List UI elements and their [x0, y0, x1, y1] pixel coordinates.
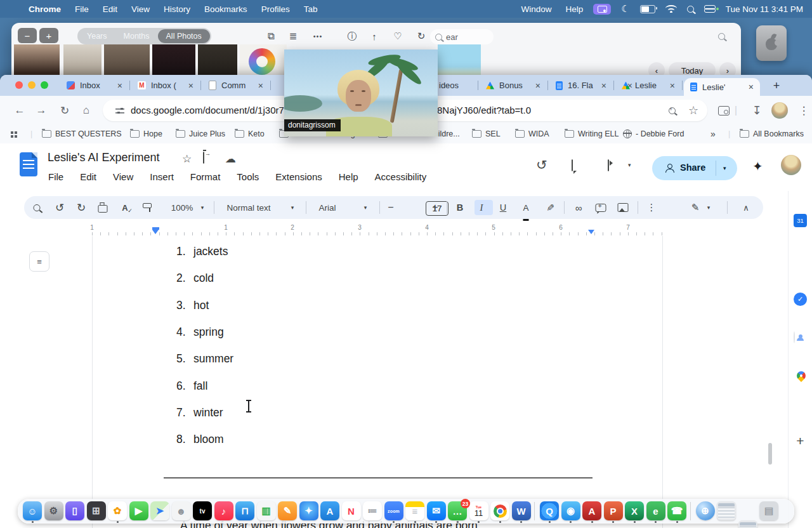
font-select[interactable]: Arial: [318, 196, 336, 219]
document-tabs-button[interactable]: ≡: [29, 251, 49, 272]
document-title[interactable]: Leslie's AI Experiment: [48, 151, 160, 164]
list-item-text[interactable]: cold: [193, 272, 214, 285]
close-tab-icon[interactable]: ×: [117, 81, 122, 91]
menu-chrome[interactable]: Chrome: [29, 4, 61, 14]
photos-rotate-icon[interactable]: ↻: [414, 29, 428, 43]
close-tab-icon[interactable]: ×: [188, 81, 193, 91]
star-document-icon[interactable]: ☆: [182, 152, 192, 166]
dock-excel[interactable]: X: [625, 501, 644, 520]
browser-tab-bonus[interactable]: Bonus×: [480, 75, 547, 96]
dock-safari[interactable]: ✦: [299, 501, 318, 520]
dock-maps[interactable]: ➤: [150, 501, 169, 520]
docs-menu-extensions[interactable]: Extensions: [275, 171, 322, 182]
tasks-icon[interactable]: ✓: [794, 293, 807, 306]
list-item-text[interactable]: winter: [193, 406, 223, 419]
gemini-sparkle-icon[interactable]: ✦: [752, 159, 763, 174]
docs-profile-avatar[interactable]: [781, 155, 801, 175]
photos-search-icon[interactable]: [714, 29, 728, 43]
docs-logo-icon[interactable]: [20, 152, 37, 176]
list-item-text[interactable]: summer: [193, 352, 233, 366]
share-caret-icon[interactable]: ▾: [723, 165, 726, 171]
all-bookmarks-folder[interactable]: All Bookmarks: [740, 125, 804, 143]
list-item-text[interactable]: jackets: [193, 245, 228, 258]
dock-music[interactable]: ♪: [214, 501, 233, 520]
dock-contacts[interactable]: ☻: [172, 501, 191, 520]
editing-mode-pen-icon[interactable]: ✎: [691, 196, 700, 219]
dock-trash[interactable]: ▤: [759, 501, 778, 520]
menu-profiles[interactable]: Profiles: [261, 4, 290, 14]
dock-minimized-window-2[interactable]: [738, 520, 757, 528]
dock-evernote[interactable]: e: [646, 501, 665, 520]
docs-menu-accessibility[interactable]: Accessibility: [375, 171, 427, 182]
increase-font-size-button[interactable]: +: [432, 196, 438, 219]
photos-segment-years[interactable]: Years: [79, 29, 115, 43]
calendar-icon[interactable]: 31: [794, 214, 807, 227]
photos-search-field[interactable]: ear: [430, 29, 494, 44]
right-indent-marker[interactable]: [588, 230, 594, 234]
photos-view-options-icon[interactable]: ≣: [286, 29, 300, 43]
bookmark-sel[interactable]: SEL: [472, 125, 501, 143]
comments-icon[interactable]: [572, 160, 573, 171]
dock-iphone-mirroring[interactable]: ▯: [65, 501, 84, 520]
forward-button[interactable]: →: [33, 102, 49, 119]
reload-button[interactable]: ↻: [56, 102, 73, 119]
menu-help[interactable]: Help: [565, 4, 583, 14]
profile-avatar[interactable]: [771, 102, 788, 119]
share-button[interactable]: Share ▾: [652, 156, 737, 180]
paragraph-style-select[interactable]: Normal text: [226, 196, 270, 219]
highlight-color-icon[interactable]: ✎: [539, 204, 561, 212]
move-to-folder-icon[interactable]: [203, 152, 204, 163]
dock-photo-booth[interactable]: ◉: [561, 501, 580, 520]
photos-versions-icon[interactable]: ⧉: [264, 29, 278, 43]
home-button[interactable]: ⌂: [78, 102, 95, 119]
bold-button[interactable]: B: [457, 196, 463, 219]
bookmark-best-questers[interactable]: BEST QUESTERS: [42, 125, 122, 143]
screen-mirroring-icon[interactable]: [593, 4, 611, 15]
dock-system-settings[interactable]: ⚙: [44, 501, 63, 520]
redo-icon[interactable]: ↻: [77, 196, 86, 219]
list-item-text[interactable]: bloom: [193, 433, 224, 446]
left-indent-marker[interactable]: [152, 230, 159, 234]
bookmark-keto[interactable]: Keto: [235, 125, 265, 143]
list-item-text[interactable]: fall: [193, 380, 207, 393]
focus-moon-icon[interactable]: ☾: [621, 3, 629, 15]
dock-mail[interactable]: ✉: [427, 501, 446, 520]
menu-bookmarks[interactable]: Bookmarks: [204, 4, 247, 14]
italic-button[interactable]: I: [480, 196, 483, 219]
downloads-icon[interactable]: ↧: [749, 102, 765, 119]
photos-info-icon[interactable]: ⓘ: [345, 29, 359, 43]
dock-pages[interactable]: ✎: [278, 501, 297, 520]
bookmarks-overflow-chevron[interactable]: »: [710, 125, 716, 143]
chrome-menu-icon[interactable]: ⋮: [796, 102, 812, 119]
version-history-icon[interactable]: ↺: [536, 157, 547, 173]
browser-tab-leslie[interactable]: Leslie'×: [684, 78, 760, 96]
docs-menu-help[interactable]: Help: [339, 171, 358, 182]
photos-zoom-out-button[interactable]: −: [18, 28, 37, 43]
dock-news[interactable]: N: [342, 501, 361, 520]
docs-menu-view[interactable]: View: [113, 171, 133, 182]
docs-menu-insert[interactable]: Insert: [150, 171, 174, 182]
video-call-caret-icon[interactable]: ▾: [628, 162, 631, 168]
new-tab-button[interactable]: +: [769, 78, 784, 93]
dock-finder[interactable]: ☺: [23, 501, 42, 520]
video-call-overlay[interactable]: donitagrissom: [284, 50, 438, 136]
close-tab-icon[interactable]: ×: [670, 81, 675, 91]
dock-minimized-window-1[interactable]: [717, 501, 736, 520]
dock-app-store[interactable]: A: [320, 501, 339, 520]
bookmark--debbie-ford[interactable]: - Debbie Ford: [623, 125, 684, 143]
bookmark-writing-ell[interactable]: Writing ELL: [565, 125, 619, 143]
dock-whatsapp[interactable]: ☎: [667, 501, 686, 520]
site-settings-icon[interactable]: [115, 107, 124, 114]
minimize-window-button[interactable]: [28, 81, 36, 89]
zoom-page-icon[interactable]: [664, 102, 680, 119]
insert-image-icon[interactable]: [618, 196, 629, 219]
bookmark-juice-plus[interactable]: Juice Plus: [176, 125, 225, 143]
photos-segment-months[interactable]: Months: [115, 29, 158, 43]
browser-tab-16fla[interactable]: 16. Fla×: [549, 75, 613, 96]
wifi-icon[interactable]: [665, 5, 677, 13]
dock-acrobat[interactable]: A: [582, 501, 601, 520]
dock-quicktime[interactable]: Q: [540, 501, 559, 520]
menu-window[interactable]: Window: [521, 4, 551, 14]
paint-format-icon[interactable]: [143, 196, 152, 219]
dock-photos[interactable]: ✿: [108, 501, 127, 520]
